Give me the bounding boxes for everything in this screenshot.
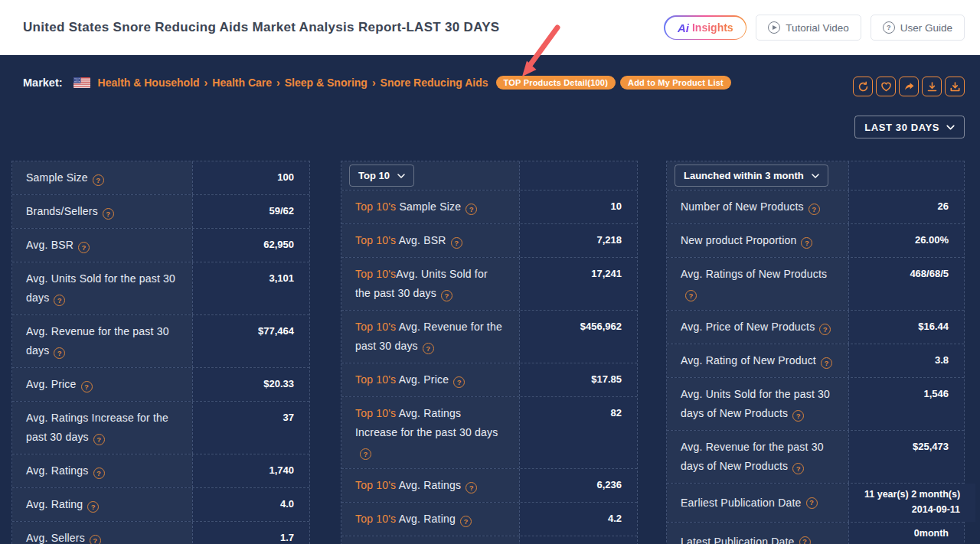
period-select-value: LAST 30 DAYS bbox=[864, 122, 939, 133]
metric-value: $77,464 bbox=[192, 315, 309, 367]
help-icon[interactable]: ? bbox=[78, 242, 90, 253]
help-icon[interactable]: ? bbox=[81, 381, 93, 393]
help-icon[interactable]: ? bbox=[441, 290, 452, 301]
help-icon[interactable]: ? bbox=[54, 347, 65, 359]
metric-label-text: Avg. Ratings of New Products bbox=[681, 268, 827, 280]
metric-label-text: Avg. Sellers bbox=[26, 532, 85, 544]
table-row: Top 10'sAvg. Units Sold for the past 30 … bbox=[341, 258, 637, 311]
refresh-icon[interactable] bbox=[853, 77, 873, 96]
table-row: Top 10's Avg. BSR?7,218 bbox=[341, 224, 637, 258]
ai-insights-button[interactable]: Ai Insights bbox=[664, 15, 746, 40]
help-icon[interactable]: ? bbox=[360, 448, 371, 460]
help-icon[interactable]: ? bbox=[799, 536, 811, 544]
help-icon[interactable]: ? bbox=[808, 204, 820, 215]
metric-label: Avg. Price? bbox=[12, 368, 192, 401]
table-row: Top 10's Avg. Rating?4.2 bbox=[341, 503, 637, 536]
top10-table: Top 10Top 10's Sample Size?10Top 10's Av… bbox=[341, 161, 638, 544]
help-icon[interactable]: ? bbox=[90, 535, 101, 544]
launch-window-select[interactable]: Launched within 3 month bbox=[675, 165, 828, 187]
table-row: Latest Publication Date?0month2025-11-19 bbox=[667, 523, 964, 544]
metric-label: Avg. Rating of New Product? bbox=[667, 344, 848, 377]
metric-label: Top 10's Avg. Ratings Increase for the p… bbox=[341, 397, 519, 468]
play-circle-icon bbox=[768, 21, 780, 34]
table-row: Top 10's Avg. Revenue for the past 30 da… bbox=[341, 311, 637, 363]
chevron-down-icon bbox=[946, 125, 955, 130]
header: United States Snore Reducing Aids Market… bbox=[0, 0, 980, 55]
metric-label-text: New product Proportion bbox=[681, 234, 796, 246]
launch-window-select-value: Launched within 3 month bbox=[684, 170, 804, 181]
metric-value: 17,241 bbox=[519, 258, 637, 310]
chevron-down-icon bbox=[812, 174, 819, 178]
help-icon[interactable]: ? bbox=[93, 467, 105, 479]
metric-label: Sample Size? bbox=[12, 161, 192, 194]
heart-icon[interactable] bbox=[876, 77, 896, 96]
breadcrumb-link[interactable]: Snore Reducing Aids bbox=[381, 77, 488, 89]
help-icon[interactable]: ? bbox=[685, 290, 697, 301]
help-icon[interactable]: ? bbox=[87, 501, 99, 513]
help-icon[interactable]: ? bbox=[801, 237, 812, 249]
add-to-my-product-list-badge[interactable]: Add to My Product List bbox=[620, 76, 731, 90]
help-icon[interactable]: ? bbox=[792, 463, 804, 474]
help-icon[interactable]: ? bbox=[453, 376, 465, 388]
table-row: Brands/Sellers?59/62 bbox=[12, 195, 309, 229]
table-row: Avg. Rating of New Product?3.8 bbox=[667, 344, 964, 378]
metric-value bbox=[519, 536, 637, 544]
help-icon[interactable]: ? bbox=[93, 174, 104, 186]
help-icon[interactable]: ? bbox=[821, 357, 832, 369]
table-row: Top 10's Sample Size?10 bbox=[341, 191, 637, 224]
period-select[interactable]: LAST 30 DAYS bbox=[854, 116, 965, 138]
user-guide-button[interactable]: ? User Guide bbox=[871, 15, 965, 41]
metric-value: $456,962 bbox=[519, 311, 637, 363]
breadcrumb-link[interactable]: Health Care bbox=[212, 77, 272, 89]
table-row: Avg. Price of New Products?$16.44 bbox=[667, 311, 964, 344]
share-icon[interactable] bbox=[899, 77, 919, 96]
chevron-down-icon bbox=[397, 174, 405, 178]
tutorial-video-button[interactable]: Tutorial Video bbox=[756, 15, 861, 41]
download-alt-icon[interactable] bbox=[945, 77, 965, 96]
metric-label-prefix: Top 10's bbox=[355, 479, 396, 491]
help-icon[interactable]: ? bbox=[451, 237, 462, 249]
download-icon[interactable] bbox=[922, 77, 942, 96]
ai-logo-icon: Ai bbox=[678, 21, 689, 34]
help-icon[interactable]: ? bbox=[93, 434, 105, 445]
metric-label: Top 10's Avg. Price? bbox=[341, 363, 519, 396]
help-icon[interactable]: ? bbox=[103, 208, 114, 220]
top10-select[interactable]: Top 10 bbox=[349, 165, 414, 187]
metric-value: 6,236 bbox=[519, 469, 637, 502]
metric-label-prefix: Top 10's bbox=[355, 268, 396, 280]
breadcrumb-link[interactable]: Health & Household bbox=[98, 77, 200, 89]
metric-value: 1,740 bbox=[192, 454, 309, 487]
us-flag-icon bbox=[74, 77, 90, 88]
help-icon[interactable]: ? bbox=[466, 482, 477, 494]
metric-label-text: Avg. Price bbox=[26, 378, 77, 390]
help-icon[interactable]: ? bbox=[466, 204, 477, 215]
help-icon[interactable]: ? bbox=[792, 410, 804, 422]
breadcrumb-link[interactable]: Sleep & Snoring bbox=[285, 77, 368, 89]
metric-label: Latest Publication Date? bbox=[667, 523, 848, 544]
metric-label-prefix: Top 10's bbox=[355, 513, 396, 525]
market-breadcrumb-row: Market: Health & Household›Health Care›S… bbox=[23, 76, 731, 90]
help-icon[interactable]: ? bbox=[460, 516, 472, 527]
metric-label: Earliest Publication Date? bbox=[667, 484, 848, 522]
top-products-detail-badge[interactable]: TOP Products Detail(100) bbox=[496, 76, 616, 90]
help-icon[interactable]: ? bbox=[423, 343, 434, 354]
table-row: New product Proportion?26.00% bbox=[667, 224, 964, 258]
metric-label-text: Number of New Products bbox=[681, 200, 804, 213]
table-row: Avg. Units Sold for the past 30 days of … bbox=[667, 378, 964, 431]
table-row: Top 10's Avg. Ratings?6,236 bbox=[341, 469, 637, 503]
help-icon[interactable]: ? bbox=[806, 497, 818, 509]
ai-insights-label: Insights bbox=[692, 21, 733, 34]
metric-label: Avg. Units Sold for the past 30 days? bbox=[12, 262, 192, 314]
tutorial-video-label: Tutorial Video bbox=[786, 22, 849, 34]
help-icon[interactable]: ? bbox=[54, 295, 65, 306]
help-icon[interactable]: ? bbox=[819, 324, 831, 335]
table-row: Avg. Ratings Increase for the past 30 da… bbox=[12, 402, 309, 454]
metric-value: 26 bbox=[848, 191, 964, 223]
metric-label: Avg. Revenue for the past 30 days? bbox=[12, 315, 192, 367]
table-row: Top 10's Avg. Price?$17.85 bbox=[341, 363, 637, 397]
metric-label: Avg. Rating? bbox=[12, 488, 192, 521]
metric-label-text: Avg. Rating bbox=[396, 513, 456, 525]
metric-value: 62,950 bbox=[192, 229, 309, 262]
metric-label-text: Earliest Publication Date bbox=[681, 497, 802, 509]
table-row: Top 10's Avg. Ratings Increase for the p… bbox=[341, 397, 637, 469]
